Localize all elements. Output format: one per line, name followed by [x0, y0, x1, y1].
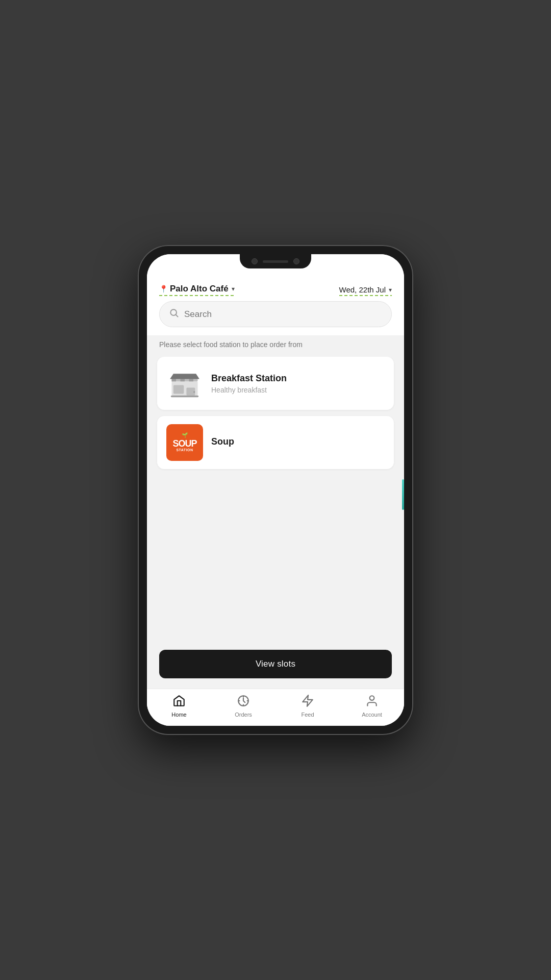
- nav-item-home[interactable]: Home: [164, 694, 194, 718]
- location-underline: [159, 295, 235, 296]
- account-icon: [365, 694, 379, 709]
- svg-point-14: [370, 696, 374, 700]
- bottom-nav: Home Orders: [147, 689, 404, 726]
- date-underline: [339, 295, 392, 296]
- subtitle-text: Please select food station to place orde…: [147, 335, 404, 357]
- location-dropdown-icon: ▾: [232, 285, 235, 292]
- location-name: Palo Alto Café: [170, 284, 229, 294]
- search-bar[interactable]: [159, 301, 392, 327]
- soup-station-name: Soup: [211, 436, 385, 447]
- app-content: 📍 Palo Alto Café ▾ Wed, 22th Jul ▾: [147, 277, 404, 726]
- station-card-breakfast[interactable]: Breakfast Station Healthy breakfast: [157, 357, 394, 410]
- search-container: [147, 301, 404, 335]
- location-pin-icon: 📍: [159, 285, 168, 293]
- breakfast-station-desc: Healthy breakfast: [211, 386, 385, 394]
- svg-rect-11: [171, 396, 198, 397]
- stations-list: Breakfast Station Healthy breakfast 🌱 SO…: [147, 357, 404, 640]
- view-slots-button[interactable]: View slots: [159, 650, 392, 678]
- svg-line-1: [176, 315, 178, 317]
- soup-station-text: STATION: [176, 448, 193, 452]
- speaker: [263, 260, 288, 263]
- nav-label-account: Account: [362, 712, 382, 718]
- soup-main-text: SOUP: [172, 439, 196, 448]
- svg-rect-8: [173, 385, 184, 394]
- date-text: Wed, 22th Jul: [339, 285, 386, 294]
- camera-right: [293, 258, 299, 264]
- scroll-accent: [402, 479, 404, 510]
- date-selector-group: Wed, 22th Jul ▾: [339, 285, 392, 296]
- soup-station-icon: 🌱 SOUP STATION: [166, 424, 203, 461]
- nav-item-orders[interactable]: Orders: [228, 694, 259, 718]
- breakfast-station-name: Breakfast Station: [211, 373, 385, 384]
- date-dropdown-icon: ▾: [389, 286, 392, 293]
- nav-label-home: Home: [171, 712, 186, 718]
- location-selector[interactable]: 📍 Palo Alto Café ▾: [159, 284, 235, 294]
- view-slots-container: View slots: [147, 640, 404, 689]
- phone-screen: 📍 Palo Alto Café ▾ Wed, 22th Jul ▾: [147, 254, 404, 726]
- search-icon: [169, 308, 179, 321]
- nav-item-account[interactable]: Account: [357, 694, 387, 718]
- date-selector[interactable]: Wed, 22th Jul ▾: [339, 285, 392, 294]
- camera-left: [252, 258, 258, 264]
- svg-marker-13: [303, 695, 313, 706]
- header: 📍 Palo Alto Café ▾ Wed, 22th Jul ▾: [147, 277, 404, 301]
- nav-label-feed: Feed: [301, 712, 314, 718]
- nav-label-orders: Orders: [235, 712, 252, 718]
- home-icon: [172, 694, 186, 709]
- location-selector-group: 📍 Palo Alto Café ▾: [159, 284, 235, 296]
- header-selectors: 📍 Palo Alto Café ▾ Wed, 22th Jul ▾: [159, 284, 392, 296]
- feed-icon: [301, 694, 314, 709]
- station-card-soup[interactable]: 🌱 SOUP STATION Soup: [157, 416, 394, 469]
- nav-item-feed[interactable]: Feed: [292, 694, 323, 718]
- breakfast-station-info: Breakfast Station Healthy breakfast: [211, 373, 385, 394]
- svg-point-10: [193, 391, 195, 393]
- soup-station-info: Soup: [211, 436, 385, 449]
- status-bar: [147, 254, 404, 277]
- svg-marker-6: [170, 374, 199, 379]
- orders-icon: [237, 694, 250, 709]
- notch: [240, 254, 311, 268]
- search-input[interactable]: [184, 309, 382, 320]
- soup-leaf-icon: 🌱: [182, 432, 188, 438]
- phone-frame: 📍 Palo Alto Café ▾ Wed, 22th Jul ▾: [138, 245, 413, 735]
- breakfast-station-icon: [166, 365, 203, 402]
